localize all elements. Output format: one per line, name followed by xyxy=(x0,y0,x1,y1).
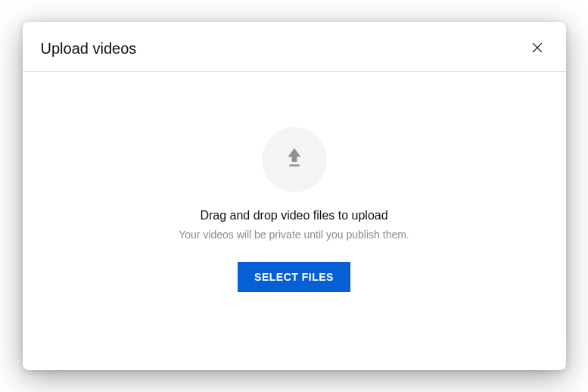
close-button[interactable] xyxy=(527,37,548,61)
modal-content: Drag and drop video files to upload Your… xyxy=(23,72,566,370)
upload-subtext: Your videos will be private until you pu… xyxy=(179,229,409,241)
upload-arrow-icon xyxy=(279,143,310,176)
close-icon xyxy=(530,40,545,58)
modal-title: Upload videos xyxy=(41,40,137,58)
upload-dropzone[interactable] xyxy=(262,127,327,192)
modal-header: Upload videos xyxy=(23,22,566,72)
upload-heading: Drag and drop video files to upload xyxy=(200,209,387,222)
upload-modal: Upload videos Drag and drop video files … xyxy=(23,22,566,370)
select-files-button[interactable]: SELECT FILES xyxy=(238,262,350,292)
svg-rect-2 xyxy=(289,164,299,166)
